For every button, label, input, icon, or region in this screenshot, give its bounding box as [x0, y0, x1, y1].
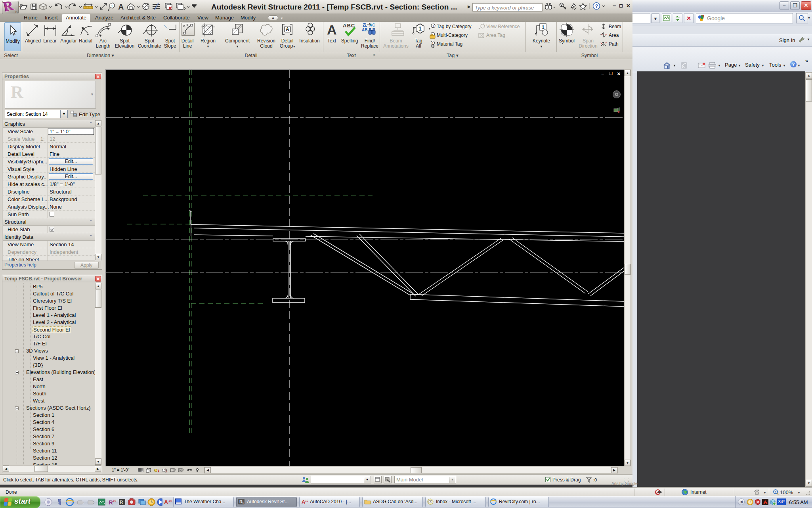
svg-text:R: R [120, 500, 123, 505]
svg-text:10: 10 [305, 499, 308, 502]
svg-text:1: 1 [432, 25, 434, 28]
svg-text:ABC: ABC [343, 23, 355, 29]
svg-text:1: 1 [542, 25, 545, 30]
svg-text:1: 1 [432, 42, 434, 45]
svg-text:1: 1 [111, 4, 113, 8]
svg-text:A: A [286, 27, 289, 32]
svg-text:A: A [164, 499, 168, 505]
svg-text:A: A [327, 23, 337, 37]
svg-text:?: ? [595, 3, 598, 9]
svg-text:1: 1 [418, 25, 422, 32]
svg-text:AB: AB [362, 28, 367, 32]
svg-text:A: A [118, 2, 124, 11]
svg-text:s: s [242, 502, 244, 504]
svg-text:10: 10 [113, 499, 116, 502]
svg-text:10: 10 [168, 499, 172, 502]
